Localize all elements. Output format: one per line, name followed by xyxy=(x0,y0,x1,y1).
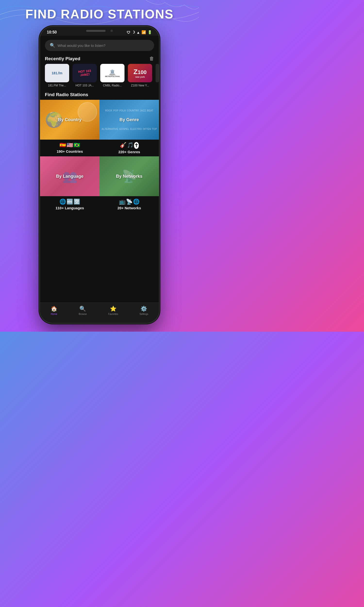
grid-cell-genre: ROCKPOPFOLKCOUNTRYJAZZBEATALTERNATIVEGOS… xyxy=(100,100,159,156)
nav-home[interactable]: 🏠 Home xyxy=(51,306,57,315)
station-logo-hot103: HOT 103JAMZ! xyxy=(73,64,97,82)
networks-icons: 📺📡🌐 xyxy=(119,198,140,205)
favorites-icon: ⭐ xyxy=(110,306,117,312)
shield-icon: 🛡 xyxy=(127,30,130,35)
networks-count: 20+ Networks xyxy=(117,206,141,210)
browse-icon: 🔍 xyxy=(79,306,86,312)
nav-browse-label: Browse xyxy=(79,313,87,315)
station-name-hot103: HOT 103 JA... xyxy=(73,84,97,87)
country-flags: 🇪🇸🇺🇸🇧🇷 xyxy=(59,142,80,148)
grid-cell-networks: 📡 By Networks 📺📡🌐 20+ Networks xyxy=(100,156,159,212)
browse-card-country[interactable]: 🌍 By Country xyxy=(40,100,100,140)
logo-z100-text: Z100 new york xyxy=(133,68,147,78)
partial-card xyxy=(156,64,159,82)
station-card-hot103[interactable]: HOT 103JAMZ! HOT 103 JA... xyxy=(73,64,97,87)
browse-card-language[interactable]: 👥 By Language xyxy=(40,156,100,196)
nav-settings-label: Settings xyxy=(140,313,148,315)
nav-home-label: Home xyxy=(51,313,57,315)
logo-181-text: 181.fm xyxy=(52,71,62,75)
genre-count: 220+ Genres xyxy=(118,150,140,154)
recently-played-header: Recently Played 🗑 xyxy=(40,54,159,64)
battery-icon: 🔋 xyxy=(148,30,152,35)
genre-card-label: By Genre xyxy=(100,117,159,122)
networks-card-label: By Networks xyxy=(100,174,159,179)
nav-favorites-label: Favorites xyxy=(108,313,118,315)
station-name-181fm: 181.FM The... xyxy=(45,84,69,87)
browse-card-networks[interactable]: 📡 By Networks xyxy=(100,156,159,196)
search-icon: 🔍 xyxy=(50,43,55,48)
status-time: 10:50 xyxy=(47,30,57,35)
notch-pill xyxy=(86,30,105,32)
trash-icon[interactable]: 🗑 xyxy=(149,56,154,61)
stations-scroll: 181.fm 181.FM The... HOT 103JAMZ! HOT 10… xyxy=(40,64,159,91)
page-title: FIND RADIO STATIONS xyxy=(0,0,199,21)
nav-browse[interactable]: 🔍 Browse xyxy=(79,306,87,315)
home-icon: 🏠 xyxy=(51,306,57,312)
station-logo-z100: Z100 new york xyxy=(128,64,152,82)
station-card-z100[interactable]: Z100 new york Z100 New Y... xyxy=(128,64,152,87)
search-bar[interactable]: 🔍 What would you like to listen? xyxy=(45,40,154,51)
logo-cmbl-text: 🏛️ RADIOMETROPOLITANA xyxy=(105,69,120,77)
genre-card-info: 🎸🎵✝ 220+ Genres xyxy=(100,140,159,156)
nav-favorites[interactable]: ⭐ Favorites xyxy=(108,306,118,315)
recently-played-title: Recently Played xyxy=(45,56,80,61)
station-logo-cmbl: 🏛️ RADIOMETROPOLITANA xyxy=(100,64,125,82)
networks-card-info: 📺📡🌐 20+ Networks xyxy=(100,196,159,212)
wifi-icon: ▲ xyxy=(136,30,140,35)
language-card-info: 🌐🔤🈳 110+ Languages xyxy=(40,196,100,212)
moon-icon: ☽ xyxy=(132,30,135,35)
phone-frame: 10:50 🛡 ☽ ▲ 📶 🔋 🔍 What would you like to… xyxy=(40,27,159,323)
language-card-label: By Language xyxy=(40,174,100,179)
station-card-cmbl[interactable]: 🏛️ RADIOMETROPOLITANA CMBL Radio... xyxy=(100,64,125,87)
settings-icon: ⚙️ xyxy=(141,306,147,312)
find-section-title: Find Radio Stations xyxy=(40,91,159,100)
genre-icons: 🎸🎵✝ xyxy=(120,142,139,149)
status-icons: 🛡 ☽ ▲ 📶 🔋 xyxy=(127,30,152,35)
language-icons: 🌐🔤🈳 xyxy=(59,198,80,205)
logo-hot-text: HOT 103JAMZ! xyxy=(78,69,91,77)
browse-card-genre[interactable]: ROCKPOPFOLKCOUNTRYJAZZBEATALTERNATIVEGOS… xyxy=(100,100,159,140)
country-card-info: 🇪🇸🇺🇸🇧🇷 190+ Countries xyxy=(40,140,100,156)
notch-camera xyxy=(110,30,113,32)
phone-screen: 🔍 What would you like to listen? Recentl… xyxy=(40,36,159,318)
nav-settings[interactable]: ⚙️ Settings xyxy=(140,306,148,315)
search-container: 🔍 What would you like to listen? xyxy=(40,36,159,54)
search-placeholder: What would you like to listen? xyxy=(57,43,105,48)
browse-grid: 🌍 By Country 🇪🇸🇺🇸🇧🇷 190+ Countries xyxy=(40,100,159,212)
station-name-z100: Z100 New Y... xyxy=(128,84,152,87)
station-card-181fm[interactable]: 181.fm 181.FM The... xyxy=(45,64,69,87)
station-name-cmbl: CMBL Radio... xyxy=(100,84,125,87)
bottom-nav: 🏠 Home 🔍 Browse ⭐ Favorites ⚙️ Settings xyxy=(40,303,159,318)
country-count: 190+ Countries xyxy=(57,149,83,153)
country-card-label: By Country xyxy=(40,117,100,122)
station-logo-181fm: 181.fm xyxy=(45,64,69,82)
grid-cell-language: 👥 By Language 🌐🔤🈳 110+ Languages xyxy=(40,156,100,212)
phone-notch xyxy=(80,27,119,35)
language-count: 110+ Languages xyxy=(56,206,84,210)
signal-icon: 📶 xyxy=(142,30,146,35)
grid-cell-country: 🌍 By Country 🇪🇸🇺🇸🇧🇷 190+ Countries xyxy=(40,100,100,156)
